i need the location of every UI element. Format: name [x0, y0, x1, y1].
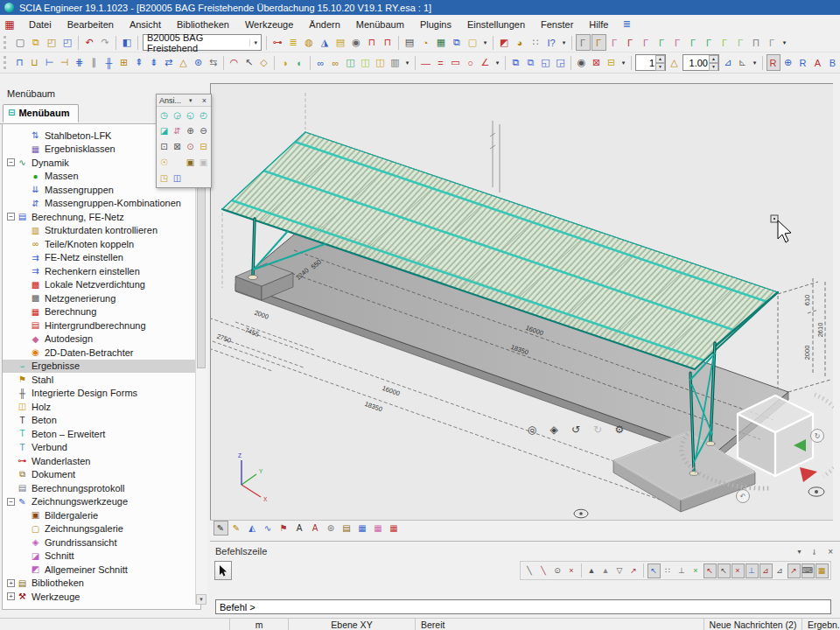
snap-segment-icon[interactable]: ╲	[537, 564, 550, 578]
visibility-eye-icon[interactable]: ◉	[575, 54, 589, 71]
snap-intersection-icon[interactable]: ×	[732, 564, 745, 578]
new-document-icon[interactable]: ▢	[13, 34, 28, 51]
selection-mode-button[interactable]	[214, 561, 232, 580]
activate-selection-icon[interactable]: ◑	[278, 54, 292, 71]
scale-stepper[interactable]: 1 ▲▼	[635, 54, 666, 71]
add-haunch-icon[interactable]: ╫	[102, 54, 116, 71]
invert-visibility-icon[interactable]: ◫	[374, 54, 388, 71]
nav-zoom-selection-icon[interactable]: ◎	[525, 422, 540, 437]
quick-menu-icon[interactable]: ≣	[620, 16, 634, 32]
menu-bibliotheken[interactable]: Bibliotheken	[169, 18, 237, 32]
chevron-down-icon[interactable]: ▾	[187, 97, 194, 104]
tree-item-berechnungsprotokoll[interactable]: ▤Berechnungsprotokoll	[3, 481, 200, 495]
dropdown-arrow[interactable]: ▾	[403, 54, 412, 71]
chevron-down-icon[interactable]: ▾	[249, 39, 257, 46]
palette-header[interactable]: Ansi... ▾ ×	[157, 94, 211, 107]
delete-selection-icon[interactable]: ⊠	[590, 54, 604, 71]
view-flag-13-icon[interactable]: Γ	[765, 34, 780, 51]
activate-clipping-icon[interactable]: ◐	[293, 54, 307, 71]
tree-item-massengruppen-kombinationen[interactable]: ⇵Massengruppen-Kombinationen	[3, 197, 200, 211]
dropdown-arrow[interactable]: ▾	[780, 34, 789, 51]
snap-dot-grid-icon[interactable]: ∷	[662, 564, 675, 578]
zoom-window-icon[interactable]: ⊡	[158, 140, 171, 153]
close-icon[interactable]: ×	[828, 547, 833, 556]
tree-item-werkzeuge[interactable]: +⚒Werkzeuge	[3, 590, 200, 604]
wireframe-pen-icon[interactable]: ✎	[214, 521, 228, 536]
add-node-up-icon[interactable]: ⇞	[132, 54, 146, 71]
project-selector[interactable]: B20005 BAG Freistehend ▾	[143, 34, 262, 51]
rotate-down-arrow[interactable]	[800, 467, 817, 482]
tree-item-zeichnungswerkzeuge[interactable]: −✎Zeichnungswerkzeuge	[3, 495, 200, 509]
nav-axonometric-icon[interactable]: ◈	[547, 422, 562, 437]
export-icon[interactable]: ⧉	[450, 34, 465, 51]
view-manager-icon[interactable]: ◫	[172, 172, 184, 185]
notebook-icon[interactable]: ▤	[333, 34, 348, 51]
add-beam-icon[interactable]: ⊓	[13, 54, 27, 71]
tab-menubaum[interactable]: ⊟ Menübaum	[3, 104, 79, 122]
add-arbitrary-icon[interactable]: ∥	[88, 54, 102, 71]
draw-line-icon[interactable]: —	[419, 54, 433, 71]
tree-item-wanderlasten[interactable]: ⊶Wanderlasten	[3, 454, 200, 468]
undo-icon[interactable]: ↶	[82, 34, 97, 51]
result-add-icon[interactable]: ⊕	[781, 54, 795, 71]
zoom-stepper[interactable]: 1.00 ▲▼	[682, 54, 719, 71]
zoom-selection-icon[interactable]: ⊙	[185, 140, 197, 153]
result-selection-icon[interactable]: R	[766, 54, 780, 71]
stepper-down-icon[interactable]: ▼	[655, 63, 665, 71]
ucs-icon[interactable]: ◳	[158, 172, 171, 185]
tree-item-holz[interactable]: ◫Holz	[3, 400, 200, 414]
scia-app-icon[interactable]: ▦	[4, 18, 16, 31]
angle-dimension-icon[interactable]: ⊿	[721, 54, 735, 71]
collapse-icon[interactable]: −	[7, 158, 15, 166]
dropdown-arrow[interactable]: ▾	[751, 54, 760, 71]
snap-midpoint-icon[interactable]: ▽	[613, 564, 626, 578]
shade-members-icon[interactable]: ▥	[388, 54, 402, 71]
collapse-icon[interactable]: −	[7, 498, 15, 506]
snap-circle-icon[interactable]: ⊙	[551, 564, 564, 578]
close-icon[interactable]: ×	[200, 96, 208, 105]
gallery-frame2-icon[interactable]: ⊓	[381, 34, 396, 51]
dot-grid-icon[interactable]: ∷	[528, 34, 543, 51]
stepper-up-icon[interactable]: ▲	[709, 55, 718, 63]
shading-icon[interactable]: ◭	[245, 521, 260, 536]
snap-node-icon[interactable]: ▲	[599, 564, 612, 578]
open-project-icon[interactable]: ⧉	[29, 34, 44, 51]
snap-orthogonal-icon[interactable]: ×	[690, 564, 703, 578]
tree-item-netzgenerierung[interactable]: ▩Netzgenerierung	[3, 291, 200, 305]
add-support-icon[interactable]: △	[177, 54, 191, 71]
menu-datei[interactable]: Datei	[21, 18, 60, 32]
view-settings-icon[interactable]: ◕	[513, 34, 528, 51]
status-messages[interactable]: Neue Nachrichten (2)	[704, 619, 802, 630]
snap-arc-center-icon[interactable]: ↗	[627, 564, 640, 578]
redo-icon[interactable]: ↷	[98, 34, 113, 51]
clipping-box-icon[interactable]: ⊟	[198, 140, 210, 153]
view-flag-2-icon[interactable]: Γ	[592, 34, 606, 51]
folder-icon[interactable]: ⊟	[605, 54, 619, 71]
tree-item-stahl[interactable]: ⚑Stahl	[3, 373, 200, 387]
view-x-icon[interactable]: ◷	[158, 108, 171, 122]
book-icon[interactable]: ▤	[340, 521, 354, 536]
mesh-sphere-icon[interactable]: ◉	[349, 34, 364, 51]
light-icon[interactable]: ☉	[158, 156, 171, 169]
dropdown-arrow[interactable]: ▾	[481, 34, 490, 51]
select-polygon-icon[interactable]: ◇	[257, 54, 271, 71]
status-plane[interactable]: Ebene XY	[289, 619, 416, 630]
tree-item-beton[interactable]: TBeton	[3, 414, 200, 428]
dropdown-arrow[interactable]: ▾	[560, 34, 569, 51]
collapse-icon[interactable]: −	[7, 213, 15, 220]
view-flag-7-icon[interactable]: Γ	[670, 34, 685, 51]
view-flag-10-icon[interactable]: Γ	[718, 34, 732, 51]
layers-icon[interactable]: ≣	[286, 34, 301, 51]
view-flag-1-icon[interactable]: Γ	[576, 34, 591, 51]
copy-icon[interactable]: ⧉	[509, 54, 523, 71]
menu-menübaum[interactable]: Menübaum	[348, 18, 412, 32]
tree-item-2d-daten-betrachter[interactable]: ◉2D-Daten-Betrachter	[3, 346, 200, 360]
status-results[interactable]: Ergebn.S	[802, 619, 840, 630]
tree-item-teile-knoten-koppeln[interactable]: ∞Teile/Knoten koppeln	[3, 237, 200, 251]
draw-circle-icon[interactable]: ○	[464, 54, 478, 71]
view-flag-9-icon[interactable]: Γ	[702, 34, 717, 51]
snap-cursor-icon[interactable]: ↖	[648, 564, 661, 578]
table-blue-icon[interactable]: ▦	[355, 521, 370, 536]
draw-angle-icon[interactable]: ∠	[479, 54, 493, 71]
select-cursor-icon[interactable]: ↖	[242, 54, 256, 71]
